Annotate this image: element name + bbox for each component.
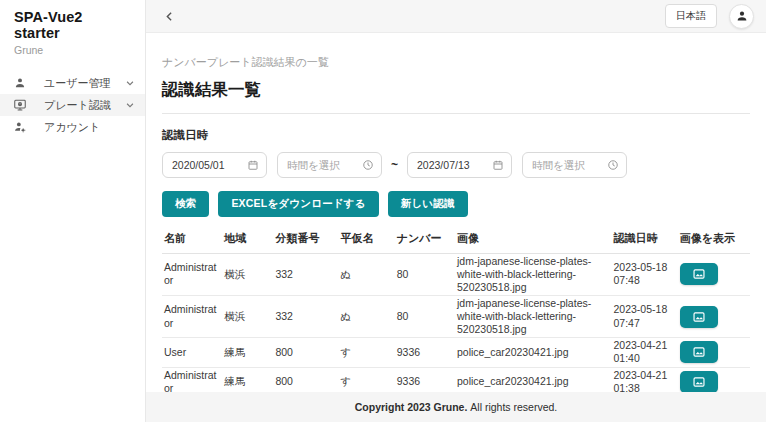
- cell-date: 2023-04-21: [614, 339, 674, 352]
- cell-class-no: 332: [273, 253, 338, 295]
- cell-time: 01:38: [614, 382, 674, 392]
- filter-row: ~: [162, 152, 750, 178]
- cell-date: 2023-05-18: [614, 303, 674, 316]
- show-image-button[interactable]: [680, 306, 718, 328]
- sidebar-menu: ユーザー管理 プレート認識 アカウント: [0, 72, 145, 138]
- date-to-input[interactable]: [417, 159, 488, 171]
- cell-image-filename: jdm-japanese-license-plates-white-with-b…: [455, 253, 612, 295]
- account-gear-icon: [13, 120, 27, 134]
- cell-image-filename: police_car20230421.jpg: [455, 367, 612, 392]
- time-from-field[interactable]: [277, 152, 382, 178]
- language-button[interactable]: 日本語: [665, 4, 717, 28]
- results-table: 名前 地域 分類番号 平仮名 ナンバー 画像 認識日時 画像を表示 Admini…: [162, 225, 750, 392]
- image-icon: [692, 345, 706, 359]
- header-name: 名前: [162, 225, 222, 253]
- avatar[interactable]: [729, 4, 754, 29]
- cell-region: 練馬: [222, 367, 273, 392]
- table-body: Administrator 横浜 332 ぬ 80 jdm-japanese-l…: [162, 253, 750, 392]
- image-icon: [692, 267, 706, 281]
- date-from-input[interactable]: [172, 159, 243, 171]
- image-icon: [692, 310, 706, 324]
- chevron-down-icon: [125, 100, 135, 110]
- clock-icon: [607, 159, 619, 171]
- chevron-down-icon: [125, 78, 135, 88]
- time-to-field[interactable]: [522, 152, 627, 178]
- breadcrumb: ナンバープレート認識結果の一覧: [162, 55, 750, 70]
- action-buttons: 検索 EXCELをダウンロードする 新しい認識: [162, 191, 750, 217]
- app-window: SPA-Vue2 starter Grune ユーザー管理 プレート認識: [0, 0, 766, 422]
- date-to-field[interactable]: [407, 152, 512, 178]
- header-datetime: 認識日時: [612, 225, 678, 253]
- copyright-bold: Copyright 2023 Grune.: [355, 401, 468, 413]
- cell-show-image: [678, 295, 750, 337]
- cell-date: 2023-05-18: [614, 261, 674, 274]
- sidebar-item-user-management[interactable]: ユーザー管理: [0, 72, 145, 94]
- search-button[interactable]: 検索: [162, 191, 209, 217]
- cell-class-no: 332: [273, 295, 338, 337]
- user-icon: [13, 76, 27, 90]
- range-separator: ~: [391, 158, 398, 172]
- app-title: SPA-Vue2 starter: [14, 9, 131, 41]
- main-content: ナンバープレート認識結果の一覧 認識結果一覧 認識日時 ~: [146, 33, 766, 392]
- cell-number: 9336: [395, 338, 455, 367]
- cell-number: 80: [395, 295, 455, 337]
- calendar-icon: [492, 159, 504, 171]
- sidebar-header: SPA-Vue2 starter Grune: [0, 0, 145, 66]
- cell-name: Administrator: [162, 253, 222, 295]
- title-divider: [162, 113, 750, 114]
- show-image-button[interactable]: [680, 263, 718, 285]
- cell-region: 練馬: [222, 338, 273, 367]
- table-row: Administrator 横浜 332 ぬ 80 jdm-japanese-l…: [162, 253, 750, 295]
- page-title: 認識結果一覧: [162, 79, 750, 101]
- cell-region: 横浜: [222, 253, 273, 295]
- table-row: User 練馬 800 す 9336 police_car20230421.jp…: [162, 338, 750, 367]
- new-recognition-button[interactable]: 新しい認識: [388, 191, 468, 217]
- sidebar-item-label: アカウント: [44, 120, 135, 135]
- cell-name: Administrator: [162, 367, 222, 392]
- cell-number: 9336: [395, 367, 455, 392]
- chevron-left-icon[interactable]: [160, 7, 178, 25]
- cell-show-image: [678, 338, 750, 367]
- time-to-input[interactable]: [532, 159, 603, 171]
- app-subtitle: Grune: [14, 44, 131, 56]
- clock-icon: [362, 159, 374, 171]
- cell-class-no: 800: [273, 338, 338, 367]
- sidebar-item-label: プレート認識: [44, 98, 125, 113]
- cell-number: 80: [395, 253, 455, 295]
- cell-time: 07:48: [614, 274, 674, 287]
- cell-kana: す: [339, 367, 395, 392]
- cell-time: 01:40: [614, 352, 674, 365]
- filter-label: 認識日時: [162, 128, 750, 143]
- table-row: Administrator 練馬 800 す 9336 police_car20…: [162, 367, 750, 392]
- cell-name: User: [162, 338, 222, 367]
- cell-datetime: 2023-04-21 01:40: [612, 338, 678, 367]
- calendar-icon: [247, 159, 259, 171]
- cell-datetime: 2023-04-21 01:38: [612, 367, 678, 392]
- footer: Copyright 2023 Grune. All rights reserve…: [146, 392, 766, 422]
- cell-kana: す: [339, 338, 395, 367]
- header-kana: 平仮名: [339, 225, 395, 253]
- cell-datetime: 2023-05-18 07:47: [612, 295, 678, 337]
- plate-recognition-icon: [13, 98, 27, 112]
- table-header-row: 名前 地域 分類番号 平仮名 ナンバー 画像 認識日時 画像を表示: [162, 225, 750, 253]
- show-image-button[interactable]: [680, 371, 718, 392]
- cell-kana: ぬ: [339, 295, 395, 337]
- show-image-button[interactable]: [680, 341, 718, 363]
- header-class-no: 分類番号: [273, 225, 338, 253]
- sidebar-item-plate-recognition[interactable]: プレート認識: [0, 94, 145, 116]
- cell-datetime: 2023-05-18 07:48: [612, 253, 678, 295]
- header-region: 地域: [222, 225, 273, 253]
- time-from-input[interactable]: [287, 159, 358, 171]
- cell-class-no: 800: [273, 367, 338, 392]
- header-image: 画像: [455, 225, 612, 253]
- excel-download-button[interactable]: EXCELをダウンロードする: [218, 191, 378, 217]
- cell-time: 07:47: [614, 317, 674, 330]
- image-icon: [692, 375, 706, 389]
- sidebar-item-account[interactable]: アカウント: [0, 116, 145, 138]
- cell-kana: ぬ: [339, 253, 395, 295]
- cell-show-image: [678, 253, 750, 295]
- date-from-field[interactable]: [162, 152, 267, 178]
- header-show-image: 画像を表示: [678, 225, 750, 253]
- copyright-regular: All rights reserved.: [470, 401, 557, 413]
- cell-name: Administrator: [162, 295, 222, 337]
